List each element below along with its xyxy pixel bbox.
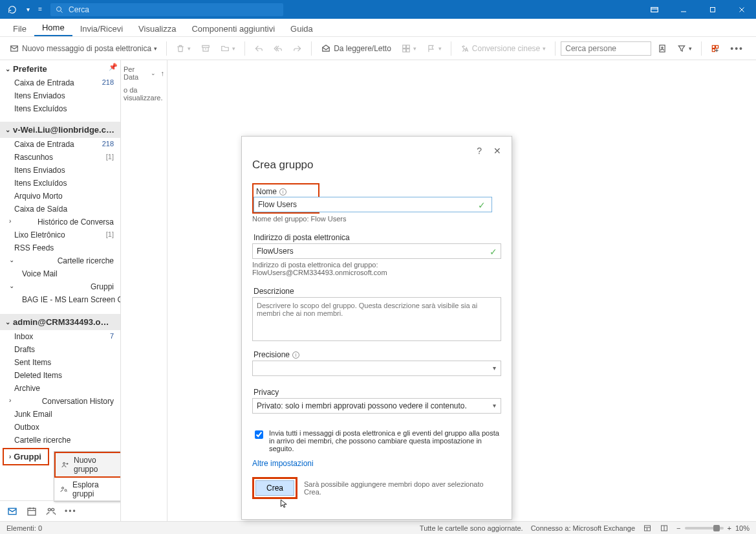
folder-item[interactable]: Inbox7	[0, 330, 120, 343]
title-search[interactable]	[50, 3, 283, 16]
view-normal-icon[interactable]	[643, 524, 652, 532]
help-icon[interactable]: ?	[477, 146, 482, 156]
folder-item[interactable]: Deleted Items	[0, 369, 120, 382]
tab-help[interactable]: Guida	[283, 21, 321, 36]
tab-view[interactable]: Visualizza	[131, 21, 184, 36]
name-hint: Nome del gruppo: Flow Users	[252, 215, 501, 223]
folder-item[interactable]: Caixa de Entrada218	[0, 138, 120, 151]
zoom-out-icon[interactable]: −	[676, 524, 680, 532]
group-desc-input[interactable]	[252, 297, 501, 341]
folder-item[interactable]: Caixa de Saída	[0, 203, 120, 216]
mail-nav-icon[interactable]	[6, 506, 18, 517]
folder-item[interactable]: Itens Excluídos	[0, 177, 120, 190]
refresh-icon[interactable]	[5, 3, 19, 17]
tab-file[interactable]: File	[5, 21, 34, 36]
svg-rect-5	[403, 45, 406, 48]
search-people-input[interactable]	[561, 41, 651, 56]
pin-icon[interactable]: 📌	[109, 63, 118, 71]
zoom-track[interactable]	[685, 527, 724, 529]
undo-icon[interactable]: ▾	[23, 3, 32, 17]
tab-send-receive[interactable]: Invia/Ricevi	[72, 21, 131, 36]
new-email-button[interactable]: Nuovo messaggio di posta elettronica ▾	[5, 41, 161, 56]
folder-item[interactable]: Lixo Eletrônico[1]	[0, 228, 120, 241]
folder-item[interactable]: Sent Items	[0, 356, 120, 369]
calendar-nav-icon[interactable]	[26, 506, 38, 517]
folder-item[interactable]: Drafts	[0, 343, 120, 356]
folder-expandable[interactable]: › Histórico de Conversa	[0, 216, 120, 228]
folder-item[interactable]: Itens Excluídos	[0, 102, 120, 115]
create-button[interactable]: Crea	[255, 480, 294, 496]
folder-item[interactable]: Caixa de Entrada218	[0, 76, 120, 89]
ctx-new-group[interactable]: Nuovo gruppo	[54, 452, 121, 478]
folder-item[interactable]: Voice Mail	[0, 267, 120, 280]
send-to-inbox-checkbox[interactable]: Invia tutti i messaggi di posta elettron…	[252, 429, 501, 452]
more-icon[interactable]: •••	[726, 41, 748, 56]
email-label: Indirizzo di posta elettronica	[252, 230, 501, 243]
dialog-title: Crea gruppo	[252, 159, 501, 172]
minimize-icon[interactable]	[669, 0, 698, 19]
groups-header[interactable]: ›Gruppi	[3, 448, 49, 465]
title-search-input[interactable]	[67, 5, 278, 15]
delete-button[interactable]: ▾	[172, 41, 195, 56]
folder-item[interactable]: Archive	[0, 382, 120, 395]
maximize-icon[interactable]	[698, 0, 727, 19]
chinese-conv-button[interactable]: Conversione cinese ▾	[457, 41, 550, 56]
folder-item[interactable]: Outbox	[0, 421, 120, 434]
reply-button[interactable]	[250, 41, 267, 56]
tab-home[interactable]: Home	[34, 20, 72, 36]
close-icon[interactable]	[727, 0, 756, 19]
folder-item[interactable]: Itens Enviados	[0, 164, 120, 177]
privacy-select[interactable]: Privato: solo i membri approvati possono…	[252, 398, 501, 414]
ribbon-display-icon[interactable]	[640, 0, 669, 19]
address-book-button[interactable]	[654, 41, 671, 56]
zoom-thumb[interactable]	[713, 525, 720, 531]
nav-bottom-bar: •••	[0, 500, 120, 521]
info-icon[interactable]: i	[292, 351, 299, 359]
move-button[interactable]: ▾	[217, 41, 239, 56]
folder-expandable[interactable]: ⌄ Gruppi	[0, 280, 120, 293]
chevron-down-icon: ▾	[154, 45, 157, 52]
flag-button[interactable]: ▾	[423, 41, 446, 56]
filter-button[interactable]: ▾	[673, 41, 696, 56]
ctx-explore-label: Esplora gruppi	[72, 480, 116, 498]
qat-dropdown-icon[interactable]: =	[36, 3, 44, 17]
folder-item[interactable]: RSS Feeds	[0, 241, 120, 254]
reply-all-button[interactable]	[270, 41, 286, 56]
dialog-close-icon[interactable]: ✕	[493, 146, 501, 156]
folder-expandable[interactable]: › Conversation History	[0, 395, 120, 408]
search-icon	[56, 6, 63, 14]
folder-item[interactable]: Cartelle ricerche	[0, 434, 120, 447]
ctx-explore-groups[interactable]: Esplora gruppi	[54, 478, 121, 501]
favorites-header[interactable]: ⌄Preferite	[0, 60, 120, 76]
checkbox-label: Invia tutti i messaggi di posta elettron…	[269, 429, 501, 452]
view-reading-icon[interactable]	[660, 524, 669, 532]
group-email-input[interactable]	[252, 243, 501, 259]
precision-select[interactable]	[252, 361, 501, 376]
forward-button[interactable]	[289, 41, 306, 56]
account-header-2[interactable]: ⌄admin@CRM334493.o…	[0, 314, 120, 330]
folder-item[interactable]: Rascunhos[1]	[0, 151, 120, 164]
checkbox-input[interactable]	[255, 430, 263, 439]
folder-item[interactable]: Arquivo Morto	[0, 190, 120, 203]
zoom-slider[interactable]: − + 10%	[676, 524, 750, 532]
people-nav-icon[interactable]	[45, 506, 57, 517]
folder-expandable[interactable]: ⌄ Cartelle ricerche	[0, 254, 120, 267]
check-ok-icon: ✓	[490, 247, 497, 257]
more-nav-icon[interactable]: •••	[65, 507, 77, 516]
more-settings-link[interactable]: Altre impostazioni	[252, 459, 501, 468]
group-name-input[interactable]	[254, 197, 492, 212]
folder-item[interactable]: BAG IE - MS Learn Screen Cap…	[0, 293, 120, 306]
sort-dropdown[interactable]: Per Data⌄ ↑	[124, 64, 164, 82]
tab-addins[interactable]: Componenti aggiuntivi	[184, 21, 283, 36]
zoom-in-icon[interactable]: +	[728, 524, 731, 532]
archive-button[interactable]	[197, 41, 214, 56]
read-unread-button[interactable]: Da leggere/Letto	[317, 41, 395, 56]
account-header-1[interactable]: ⌄v-Wei.Liu@lionbridge.com	[0, 122, 120, 138]
sort-direction-icon[interactable]: ↑	[161, 69, 165, 77]
addins-button[interactable]	[707, 41, 724, 56]
info-icon[interactable]: i	[279, 188, 286, 195]
folder-item[interactable]: Junk Email	[0, 408, 120, 421]
folder-item[interactable]: Itens Enviados	[0, 89, 120, 102]
categorize-button[interactable]: ▾	[398, 41, 420, 56]
read-unread-label: Da leggere/Letto	[334, 44, 391, 53]
